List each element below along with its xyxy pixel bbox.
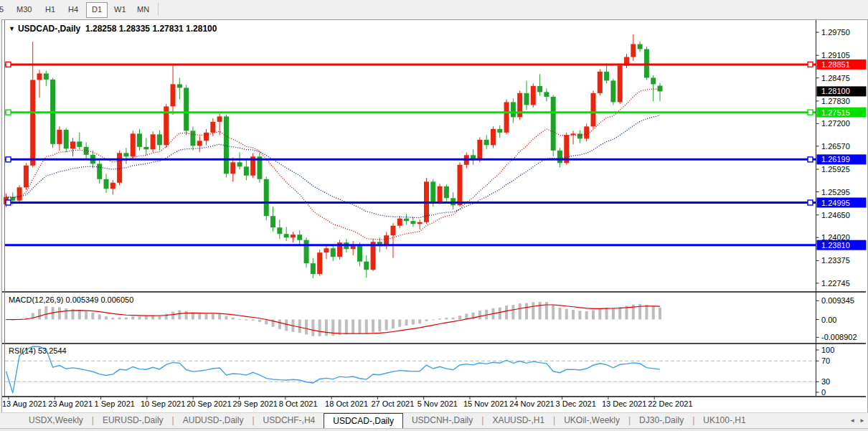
panel-borders [2, 20, 866, 397]
svg-text:27 Oct 2021: 27 Oct 2021 [371, 399, 414, 408]
tab-scroll-right-icon[interactable]: ► [859, 417, 865, 424]
svg-text:100: 100 [821, 346, 834, 354]
svg-text:20 Sep 2021: 20 Sep 2021 [187, 399, 231, 408]
svg-text:1.29750: 1.29750 [821, 28, 850, 37]
tab-scroll-arrows: ◄ ► [849, 412, 865, 428]
price-chart-canvas: 1.297501.291051.284751.278301.272001.265… [2, 20, 867, 411]
svg-text:1.22745: 1.22745 [821, 279, 850, 288]
candlesticks [4, 34, 663, 278]
svg-text:1.26570: 1.26570 [821, 142, 850, 151]
timeframe-button-h4[interactable]: H4 [63, 2, 83, 16]
svg-text:-0.008902: -0.008902 [821, 333, 857, 341]
svg-text:70: 70 [821, 356, 830, 365]
tab-scroll-left-icon[interactable]: ◄ [849, 417, 855, 424]
svg-text:1.27830: 1.27830 [821, 97, 850, 105]
svg-text:1.23375: 1.23375 [821, 256, 850, 265]
chart-tab-usdchf-h4[interactable]: USDCHF-,H4 [255, 413, 324, 429]
svg-text:30: 30 [821, 377, 830, 386]
svg-text:1.27200: 1.27200 [821, 119, 850, 128]
svg-text:10 Sep 2021: 10 Sep 2021 [141, 399, 185, 408]
rsi-panel: 10070300 [5, 346, 834, 397]
svg-text:1.25925: 1.25925 [821, 165, 850, 174]
chart-tab-bar: USDX,Weekly|EURUSD-,Daily|AUDUSD-,Daily|… [0, 412, 868, 429]
svg-text:1 Sep 2021: 1 Sep 2021 [95, 399, 135, 408]
timeframe-button-m30[interactable]: M30 [11, 2, 37, 16]
chart-dropdown-icon[interactable]: ▼ [9, 25, 15, 32]
svg-text:22 Dec 2021: 22 Dec 2021 [648, 399, 692, 408]
svg-text:1.23810: 1.23810 [821, 241, 850, 250]
toolbar-separator [158, 3, 159, 16]
timeframe-button-h1[interactable]: H1 [40, 2, 60, 16]
svg-text:1.24650: 1.24650 [821, 211, 850, 219]
timeframe-button-d1[interactable]: D1 [86, 2, 108, 18]
svg-text:0.00: 0.00 [821, 316, 836, 324]
trading-terminal: 5M30H1H4D1W1MN 1.297501.291051.284751.27… [0, 0, 868, 431]
chart-tab-audusd-daily[interactable]: AUDUSD-,Daily [174, 413, 253, 429]
svg-text:1.28100: 1.28100 [821, 87, 850, 95]
svg-text:0.009345: 0.009345 [821, 296, 854, 305]
svg-text:8 Oct 2021: 8 Oct 2021 [279, 399, 318, 408]
timeframe-button-w1[interactable]: W1 [109, 2, 131, 16]
chart-window: 1.297501.291051.284751.278301.272001.265… [1, 19, 868, 413]
svg-text:5 Nov 2021: 5 Nov 2021 [418, 399, 458, 408]
chart-tab-xauusd-h1[interactable]: XAUUSD-,H1 [483, 413, 553, 429]
svg-text:23 Aug 2021: 23 Aug 2021 [48, 399, 93, 408]
chart-tab-usdcad-daily[interactable]: USDCAD-,Daily [324, 413, 403, 429]
chart-tab-usdx-weekly[interactable]: USDX,Weekly [20, 413, 92, 429]
svg-text:1.29105: 1.29105 [821, 51, 850, 60]
chart-symbol-title: USDCAD-,Daily [18, 24, 80, 34]
svg-text:1.26199: 1.26199 [821, 155, 850, 164]
chart-tab-eurusd-daily[interactable]: EURUSD-,Daily [94, 413, 172, 429]
macd-indicator-label: MACD(12,26,9) 0.005349 0.006050 [9, 295, 133, 304]
svg-text:13 Dec 2021: 13 Dec 2021 [602, 399, 646, 408]
svg-text:1.28851: 1.28851 [821, 60, 850, 69]
svg-text:13 Aug 2021: 13 Aug 2021 [2, 399, 47, 408]
svg-text:24 Nov 2021: 24 Nov 2021 [509, 399, 554, 408]
svg-text:1.24995: 1.24995 [821, 199, 850, 207]
svg-text:1.25295: 1.25295 [821, 188, 850, 196]
svg-text:18 Oct 2021: 18 Oct 2021 [325, 399, 368, 408]
svg-text:15 Nov 2021: 15 Nov 2021 [463, 399, 508, 408]
svg-text:29 Sep 2021: 29 Sep 2021 [233, 399, 278, 408]
chart-ohlc-values: 1.28258 1.28335 1.27831 1.28100 [85, 24, 217, 34]
window-bottom-border [0, 428, 868, 431]
timeframe-button-mn[interactable]: MN [132, 2, 154, 16]
svg-text:1.27515: 1.27515 [821, 108, 850, 117]
price-axis[interactable]: 1.297501.291051.284751.278301.272001.265… [816, 28, 867, 288]
chart-tab-ukoil-weekly[interactable]: UKOil-,Weekly [555, 413, 628, 429]
timeframe-button-5[interactable]: 5 [0, 2, 9, 16]
time-axis[interactable]: 13 Aug 202123 Aug 20211 Sep 202110 Sep 2… [2, 396, 693, 408]
svg-text:3 Dec 2021: 3 Dec 2021 [556, 399, 596, 408]
rsi-indicator-label: RSI(14) 53.2544 [9, 346, 67, 355]
chart-tab-uk100-h1[interactable]: UK100-,H1 [694, 413, 754, 429]
chart-tab-usdcnh-daily[interactable]: USDCNH-,Daily [403, 413, 481, 429]
timeframe-toolbar: 5M30H1H4D1W1MN [0, 0, 868, 19]
chart-tab-dj30-daily[interactable]: DJ30-,Daily [631, 413, 692, 429]
svg-text:1.28475: 1.28475 [821, 74, 850, 82]
chart-header: ▼USDCAD-,Daily 1.28258 1.28335 1.27831 1… [9, 24, 217, 34]
svg-text:0: 0 [821, 388, 826, 397]
